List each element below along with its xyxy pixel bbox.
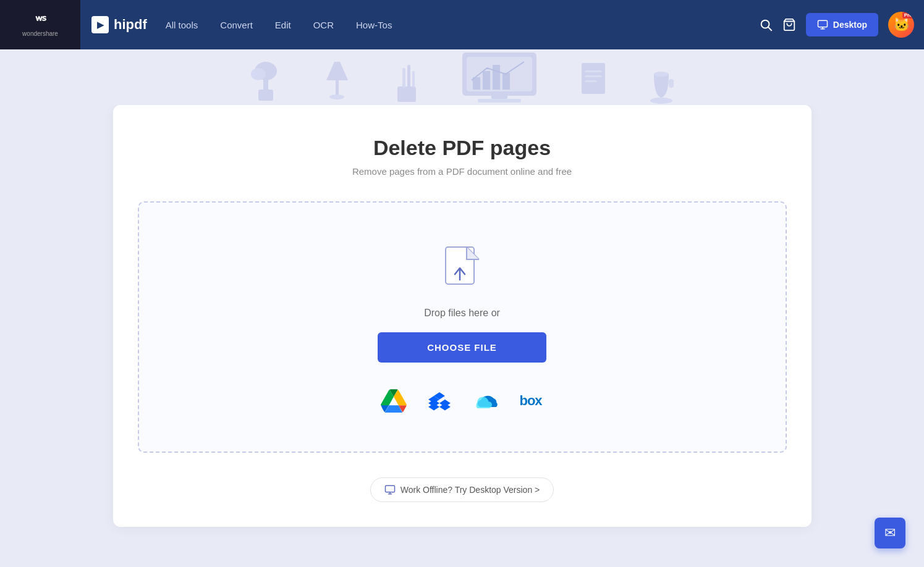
main-card: Delete PDF pages Remove pages from a PDF… xyxy=(113,105,812,527)
drop-text: Drop files here or xyxy=(424,308,500,319)
chat-button[interactable]: ✉ xyxy=(875,518,905,548)
svg-rect-35 xyxy=(385,485,394,492)
plant-illustration xyxy=(249,56,283,105)
nav-ocr[interactable]: OCR xyxy=(313,17,334,33)
svg-rect-26 xyxy=(585,70,601,72)
svg-rect-15 xyxy=(407,65,410,88)
svg-rect-28 xyxy=(585,80,596,82)
navbar: ʷˢ wondershare ▶ hipdf All tools Convert… xyxy=(0,0,924,49)
svg-rect-11 xyxy=(336,80,339,96)
nav-convert[interactable]: Convert xyxy=(220,17,253,33)
desktop-button[interactable]: Desktop xyxy=(806,13,878,36)
chat-icon: ✉ xyxy=(884,525,896,541)
pencils-illustration xyxy=(391,62,422,105)
svg-rect-24 xyxy=(478,99,521,103)
choose-file-button[interactable]: CHOOSE FILE xyxy=(378,332,546,363)
svg-rect-29 xyxy=(669,79,674,88)
svg-point-12 xyxy=(329,94,344,99)
offline-label: Work Offline? Try Desktop Version > xyxy=(401,485,540,495)
svg-marker-10 xyxy=(326,62,348,80)
svg-rect-22 xyxy=(502,73,510,90)
page-title: Delete PDF pages xyxy=(138,136,787,160)
svg-point-30 xyxy=(654,72,669,77)
hipdf-logo[interactable]: ▶ hipdf xyxy=(91,16,147,33)
cart-button[interactable] xyxy=(782,18,796,32)
hipdf-logo-text: hipdf xyxy=(114,17,147,33)
svg-point-7 xyxy=(251,68,266,80)
dropbox-icon[interactable] xyxy=(426,387,453,414)
svg-rect-23 xyxy=(491,94,507,99)
hero-background xyxy=(0,49,924,105)
hipdf-logo-square: ▶ xyxy=(91,16,109,33)
ws-logo-icon: ʷˢ xyxy=(35,13,46,29)
svg-rect-21 xyxy=(493,65,500,90)
wondershare-brand[interactable]: ʷˢ wondershare xyxy=(0,0,80,49)
svg-rect-20 xyxy=(483,71,490,90)
page-subtitle: Remove pages from a PDF document online … xyxy=(138,166,787,177)
desktop-btn-label: Desktop xyxy=(833,20,867,30)
svg-rect-9 xyxy=(258,90,273,101)
search-button[interactable] xyxy=(759,18,773,32)
google-drive-icon[interactable] xyxy=(380,387,407,414)
svg-rect-25 xyxy=(582,63,605,94)
cloud-services: box xyxy=(380,387,545,414)
offline-banner[interactable]: Work Offline? Try Desktop Version > xyxy=(370,477,554,502)
onedrive-icon[interactable] xyxy=(472,387,499,414)
monitor-illustration xyxy=(459,49,540,105)
box-icon[interactable]: box xyxy=(517,387,545,414)
desktop-offline-icon xyxy=(384,484,396,495)
nav-all-tools[interactable]: All tools xyxy=(166,17,198,33)
svg-rect-14 xyxy=(402,68,405,88)
lamp-illustration xyxy=(320,56,354,105)
nav-actions: Desktop 🐱 Pro xyxy=(759,12,914,38)
ws-brand-name: wondershare xyxy=(22,30,58,37)
user-avatar[interactable]: 🐱 Pro xyxy=(888,12,914,38)
main-nav: All tools Convert Edit OCR How-Tos xyxy=(166,17,759,33)
nav-how-tos[interactable]: How-Tos xyxy=(356,17,392,33)
svg-rect-3 xyxy=(818,20,827,27)
svg-line-1 xyxy=(768,27,771,30)
pro-badge: Pro xyxy=(902,12,914,19)
cup-illustration xyxy=(648,62,676,105)
drop-zone[interactable]: Drop files here or CHOOSE FILE xyxy=(138,201,787,453)
main-content: Delete PDF pages Remove pages from a PDF… xyxy=(0,105,924,552)
svg-rect-16 xyxy=(412,71,415,88)
nav-edit[interactable]: Edit xyxy=(275,17,291,33)
hero-illustrations xyxy=(249,49,676,105)
document-illustration xyxy=(577,62,611,105)
svg-rect-27 xyxy=(585,75,601,77)
svg-rect-13 xyxy=(397,86,416,102)
upload-file-icon xyxy=(441,246,484,295)
box-logo-text: box xyxy=(519,393,541,409)
svg-point-32 xyxy=(650,98,672,104)
